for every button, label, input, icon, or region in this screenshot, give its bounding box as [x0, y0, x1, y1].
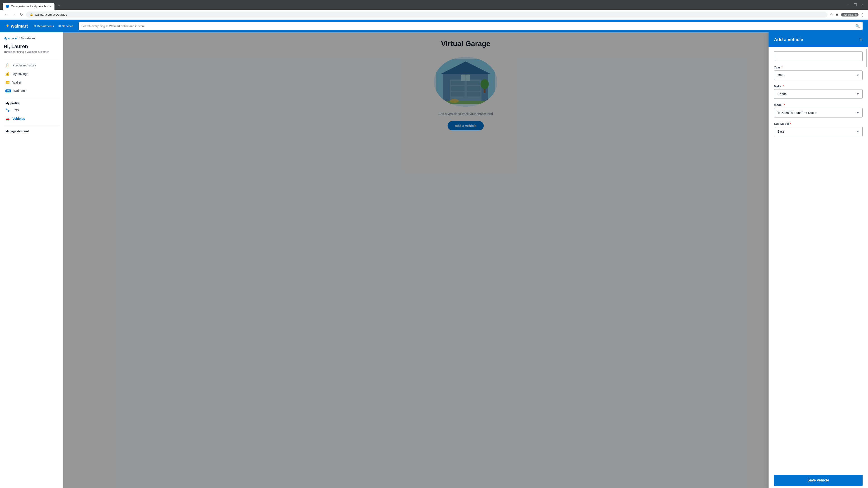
greeting-text: Hi, Lauren: [4, 43, 59, 50]
submodel-select-wrapper: Base ▼: [774, 127, 863, 136]
browser-tab-bar: Manage Account - My vehicles × + – ❐ ×: [0, 0, 868, 10]
greeting-subtext: Thanks for being a Walmart customer: [4, 51, 59, 54]
sidebar-item-wallet[interactable]: 💳 Wallet: [4, 78, 59, 87]
services-label: Services: [62, 24, 73, 28]
submodel-label: Sub Model *: [774, 122, 863, 125]
breadcrumb: My account / My vehicles: [4, 37, 59, 40]
tab-favicon: [6, 5, 9, 8]
departments-label: Departments: [37, 24, 54, 28]
browser-chrome: Manage Account - My vehicles × + – ❐ × ←…: [0, 0, 868, 20]
menu-icon[interactable]: ⋮: [860, 12, 864, 17]
breadcrumb-current: My vehicles: [21, 37, 35, 40]
breadcrumb-parent[interactable]: My account: [4, 37, 18, 40]
reload-button[interactable]: ↻: [19, 11, 24, 18]
top-field-input[interactable]: [774, 51, 863, 61]
wallet-label: Wallet: [12, 80, 21, 84]
save-vehicle-button[interactable]: Save vehicle: [774, 475, 863, 486]
bookmark-icon[interactable]: ☆: [830, 12, 833, 17]
new-tab-button[interactable]: +: [55, 2, 62, 10]
panel-title: Add a vehicle: [774, 37, 803, 42]
model-select[interactable]: TRX250TM FourTrax Recon Civic Accord: [774, 108, 863, 118]
main-content: My account / My vehicles Hi, Lauren Than…: [0, 32, 868, 488]
search-input[interactable]: [81, 24, 855, 28]
panel-body: Year * 2023 2022 2021 2020 ▼: [769, 47, 868, 471]
pets-icon: 🐾: [5, 108, 10, 112]
walmart-header: ✦ walmart ⊞ Departments ⊞ Services 🔍: [0, 20, 868, 32]
make-required: *: [782, 85, 784, 88]
address-icons: ☆ ◾ Incognito (3) ⋮: [830, 12, 864, 17]
walmart-plus-badge: W+: [5, 90, 11, 92]
make-select-wrapper: Honda Toyota Ford ▼: [774, 89, 863, 99]
departments-nav[interactable]: ⊞ Departments: [33, 24, 54, 28]
scrollbar-indicator[interactable]: [866, 49, 867, 67]
panel-close-button[interactable]: ×: [860, 37, 863, 42]
purchase-history-label: Purchase history: [12, 64, 36, 67]
my-profile-section-title: My profile: [4, 101, 59, 106]
breadcrumb-separator: /: [19, 37, 20, 40]
year-required: *: [781, 66, 782, 69]
model-required: *: [784, 103, 785, 107]
spark-icon: ✦: [5, 23, 9, 29]
submodel-select[interactable]: Base: [774, 127, 863, 136]
walmart-plus-label: Walmart+: [13, 89, 27, 93]
departments-grid-icon: ⊞: [33, 24, 36, 28]
wallet-icon: 💳: [5, 80, 10, 85]
forward-button[interactable]: →: [11, 12, 17, 18]
services-nav[interactable]: ⊞ Services: [58, 24, 73, 28]
sidebar-item-purchase-history[interactable]: 📋 Purchase history: [4, 61, 59, 70]
make-select[interactable]: Honda Toyota Ford: [774, 89, 863, 99]
pets-label: Pets: [12, 108, 19, 112]
minimize-button[interactable]: –: [845, 2, 851, 8]
header-search[interactable]: 🔍: [79, 22, 863, 30]
model-label: Model *: [774, 103, 863, 107]
back-button[interactable]: ←: [4, 12, 9, 18]
logo-text: walmart: [11, 24, 28, 29]
sidebar-item-vehicles[interactable]: 🚗 Vehicles: [4, 114, 59, 123]
form-group-top: [774, 51, 863, 61]
form-group-model: Model * TRX250TM FourTrax Recon Civic Ac…: [774, 103, 863, 118]
make-label: Make *: [774, 85, 863, 88]
panel-header: Add a vehicle ×: [769, 32, 868, 47]
sidebar-item-walmart-plus[interactable]: W+ Walmart+: [4, 87, 59, 95]
close-window-button[interactable]: ×: [860, 2, 865, 8]
sidebar-item-my-savings[interactable]: 💰 My savings: [4, 70, 59, 78]
center-content: Virtual Garage: [63, 32, 868, 488]
form-group-make: Make * Honda Toyota Ford ▼: [774, 85, 863, 99]
incognito-badge: Incognito (3): [841, 13, 859, 17]
tab-title: Manage Account - My vehicles: [11, 5, 48, 8]
model-select-wrapper: TRX250TM FourTrax Recon Civic Accord ▼: [774, 108, 863, 118]
submodel-required: *: [790, 122, 791, 125]
form-group-submodel: Sub Model * Base ▼: [774, 122, 863, 136]
restore-button[interactable]: ❐: [852, 2, 859, 8]
lock-icon: 🔒: [30, 13, 33, 16]
sidebar: My account / My vehicles Hi, Lauren Than…: [0, 32, 63, 488]
modal-overlay[interactable]: [63, 32, 868, 488]
url-field[interactable]: 🔒 walmart.com/acc/garage: [26, 11, 828, 18]
sidebar-divider-1: [4, 58, 59, 58]
sidebar-divider-3: [4, 126, 59, 126]
manage-account-section-title: Manage Account: [4, 129, 59, 134]
search-icon[interactable]: 🔍: [855, 24, 860, 28]
sidebar-item-pets[interactable]: 🐾 Pets: [4, 106, 59, 114]
panel-footer: Save vehicle: [769, 471, 868, 488]
my-savings-icon: 💰: [5, 72, 10, 76]
purchase-history-icon: 📋: [5, 63, 10, 67]
year-label: Year *: [774, 66, 863, 69]
user-greeting: Hi, Lauren Thanks for being a Walmart cu…: [4, 43, 59, 54]
vehicles-label: Vehicles: [12, 117, 25, 121]
extensions-icon[interactable]: ◾: [835, 12, 839, 17]
year-select[interactable]: 2023 2022 2021 2020: [774, 70, 863, 80]
year-select-wrapper: 2023 2022 2021 2020 ▼: [774, 70, 863, 80]
vehicles-icon: 🚗: [5, 117, 10, 121]
window-controls: – ❐ ×: [845, 2, 865, 10]
add-vehicle-panel: Add a vehicle × Year *: [769, 32, 868, 488]
browser-tab-active[interactable]: Manage Account - My vehicles ×: [3, 3, 55, 10]
url-text: walmart.com/acc/garage: [35, 13, 67, 16]
tab-close-icon[interactable]: ×: [50, 4, 51, 8]
walmart-logo[interactable]: ✦ walmart: [5, 23, 28, 29]
my-savings-label: My savings: [12, 72, 28, 76]
header-nav: ⊞ Departments ⊞ Services: [33, 24, 73, 28]
address-bar: ← → ↻ 🔒 walmart.com/acc/garage ☆ ◾ Incog…: [0, 10, 868, 20]
services-grid-icon: ⊞: [58, 24, 61, 28]
page-wrapper: ✦ walmart ⊞ Departments ⊞ Services 🔍 My …: [0, 20, 868, 488]
